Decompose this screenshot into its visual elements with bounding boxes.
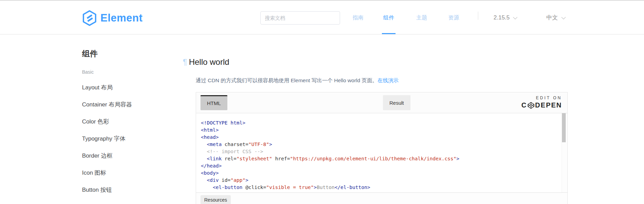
sidebar-item[interactable]: Layout 布局 bbox=[82, 79, 171, 96]
code-editor[interactable]: <!DOCTYPE html><html><head> <meta charse… bbox=[196, 113, 567, 192]
nav-link-2[interactable]: 主题 bbox=[415, 11, 429, 25]
chevron-down-icon bbox=[513, 15, 518, 19]
chevron-down-icon bbox=[561, 15, 566, 19]
logo-text: Element bbox=[100, 12, 143, 24]
active-nav-underline bbox=[382, 33, 396, 34]
page-title-text: Hello world bbox=[189, 57, 229, 67]
sidebar-item[interactable]: Container 布局容器 bbox=[82, 96, 171, 113]
codepen-tabbar: HTMLResult EDIT ON C DEPEN bbox=[196, 92, 567, 113]
codepen-embed: HTMLResult EDIT ON C DEPEN <!DOCTYPE htm… bbox=[196, 92, 568, 204]
sidebar-item[interactable]: Typography 字体 bbox=[82, 130, 171, 147]
element-hexagon-icon bbox=[82, 10, 97, 26]
nav-divider bbox=[478, 12, 478, 20]
scrollbar-thumb[interactable] bbox=[562, 113, 566, 142]
codepen-brand-c: C bbox=[521, 101, 527, 109]
code-content: <!DOCTYPE html><html><head> <meta charse… bbox=[196, 113, 567, 191]
codepen-brand: C DEPEN bbox=[521, 101, 562, 109]
header: Element 指南组件主题资源 2.15.5 中文 bbox=[0, 1, 644, 34]
codepen-tab-html[interactable]: HTML bbox=[200, 95, 227, 110]
version-label: 2.15.5 bbox=[494, 11, 510, 25]
language-dropdown[interactable]: 中文 bbox=[546, 11, 564, 25]
intro-text: 通过 CDN 的方式我们可以很容易地使用 Element 写出一个 Hello … bbox=[196, 77, 377, 83]
nav-link-3[interactable]: 资源 bbox=[447, 11, 461, 25]
nav-link-0[interactable]: 指南 bbox=[351, 11, 365, 25]
sidebar-item[interactable]: Color 色彩 bbox=[82, 113, 171, 130]
language-label: 中文 bbox=[546, 11, 558, 25]
element-logo[interactable]: Element bbox=[82, 10, 143, 26]
online-demo-link[interactable]: 在线演示 bbox=[377, 77, 399, 83]
codepen-footer: Resources bbox=[196, 192, 567, 204]
sidebar-title: 组件 bbox=[82, 48, 98, 59]
codepen-brand-depen: DEPEN bbox=[535, 101, 562, 109]
sidebar-group-label: Basic bbox=[82, 69, 94, 75]
page-root: Element 指南组件主题资源 2.15.5 中文 组件 Basic Layo… bbox=[0, 0, 644, 204]
resources-tab[interactable]: Resources bbox=[200, 195, 231, 204]
edit-on-codepen-link[interactable]: EDIT ON C DEPEN bbox=[521, 96, 562, 109]
intro-paragraph: 通过 CDN 的方式我们可以很容易地使用 Element 写出一个 Hello … bbox=[196, 77, 399, 84]
nav-link-1[interactable]: 组件 bbox=[382, 11, 396, 25]
sidebar-menu: Layout 布局Container 布局容器Color 色彩Typograph… bbox=[82, 79, 171, 199]
anchor-pilcrow-icon[interactable]: ¶ bbox=[183, 57, 187, 67]
codepen-tab-result[interactable]: Result bbox=[383, 95, 410, 110]
page-title: ¶ Hello world bbox=[183, 57, 229, 67]
search-input[interactable] bbox=[260, 11, 340, 25]
code-scrollbar[interactable] bbox=[562, 113, 567, 192]
codepen-logo-icon bbox=[527, 102, 535, 109]
sidebar-item[interactable]: Icon 图标 bbox=[82, 164, 171, 181]
edit-on-label: EDIT ON bbox=[521, 96, 562, 100]
sidebar-item[interactable]: Button 按钮 bbox=[82, 181, 171, 199]
version-dropdown[interactable]: 2.15.5 bbox=[494, 11, 516, 25]
sidebar-item[interactable]: Border 边框 bbox=[82, 147, 171, 164]
